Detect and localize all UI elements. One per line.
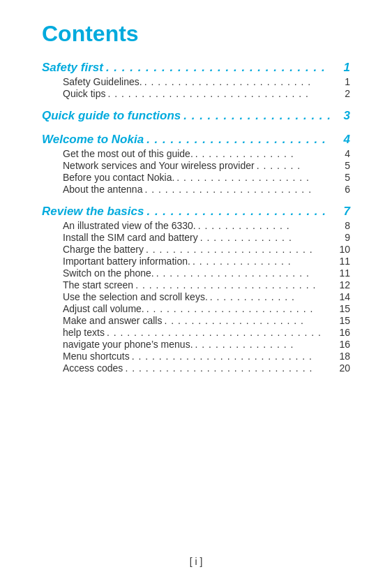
- toc-container: Contents Safety first. . . . . . . . . .…: [42, 21, 350, 374]
- entry-dots: . . . . . . . . . . . . . . . . . . . . …: [156, 267, 338, 279]
- toc-entry: Make and answer calls. . . . . . . . . .…: [42, 315, 350, 326]
- entry-dots: . . . . . . . . . . . . . . . . . . . .: [176, 172, 342, 183]
- section-label: Quick guide to functions: [42, 109, 181, 123]
- section-label: Safety first: [42, 61, 103, 75]
- entry-dots: . . . . . . . . . . . . . . . . . . . . …: [125, 362, 337, 374]
- entry-dots: . . . . . . . . . . . . . . . . . . . . …: [132, 351, 338, 362]
- toc-entry: The start screen. . . . . . . . . . . . …: [42, 279, 350, 291]
- entry-page: 6: [345, 184, 350, 195]
- entry-dots: . . . . . . . . . . . . . .: [200, 232, 342, 243]
- toc-entry: Install the SIM card and battery. . . . …: [42, 232, 350, 243]
- section-dots: . . . . . . . . . . . . . . . . . . . . …: [146, 133, 340, 147]
- section-label: Review the basics: [42, 205, 144, 219]
- entry-page: 15: [339, 315, 350, 326]
- entry-title: About the antenna: [63, 184, 142, 195]
- entry-page: 11: [339, 256, 350, 267]
- entry-page: 11: [339, 267, 350, 279]
- toc-entry: Adjust call volume.. . . . . . . . . . .…: [42, 303, 350, 314]
- section-page: 7: [344, 205, 350, 219]
- toc-entry: About the antenna. . . . . . . . . . . .…: [42, 184, 350, 195]
- entry-title: Menu shortcuts: [63, 351, 130, 362]
- entry-title: An illustrated view of the 6330.: [63, 220, 196, 231]
- entry-dots: . . . . . . . . . . . . . . . . . . . . …: [146, 303, 338, 314]
- section-dots: . . . . . . . . . . . . . . . . . . . . …: [146, 205, 340, 219]
- section-header-2: Welcome to Nokia. . . . . . . . . . . . …: [42, 133, 350, 147]
- entry-title: navigate your phone’s menus.: [63, 339, 193, 350]
- entry-title: Before you contact Nokia.: [63, 172, 174, 183]
- entry-page: 9: [345, 232, 350, 243]
- section-header-1: Quick guide to functions. . . . . . . . …: [42, 109, 350, 123]
- entry-dots: . . . . . . . . . . . . . .: [198, 220, 343, 231]
- entry-dots: . . . . . . . . . . . . . . . . . . . . …: [164, 315, 337, 326]
- entry-dots: . . . . . . . . . . . . . . .: [195, 339, 338, 350]
- section-page: 4: [344, 133, 350, 147]
- page-title: Contents: [42, 21, 350, 47]
- toc-entry: Before you contact Nokia.. . . . . . . .…: [42, 172, 350, 183]
- toc-entry: Switch on the phone.. . . . . . . . . . …: [42, 267, 350, 279]
- entry-page: 8: [345, 220, 350, 231]
- toc-entry: navigate your phone’s menus.. . . . . . …: [42, 339, 350, 350]
- entry-title: help texts: [63, 327, 105, 338]
- entry-page: 5: [345, 160, 350, 171]
- entry-page: 14: [339, 291, 350, 302]
- entry-title: Safety Guidelines.: [63, 76, 142, 87]
- entry-page: 2: [345, 88, 350, 99]
- section-dots: . . . . . . . . . . . . . . . . . . .: [183, 109, 340, 123]
- toc-entry: Access codes. . . . . . . . . . . . . . …: [42, 362, 350, 374]
- toc-entry: Use the selection and scroll keys.. . . …: [42, 291, 350, 302]
- entry-page: 15: [339, 303, 350, 314]
- section-page: 1: [344, 61, 350, 75]
- entry-dots: . . . . . . . . . . . . .: [210, 291, 338, 302]
- entry-page: 16: [339, 327, 350, 338]
- entry-title: Charge the battery: [63, 244, 144, 255]
- entry-title: Install the SIM card and battery: [63, 232, 198, 243]
- section-label: Welcome to Nokia: [42, 133, 144, 147]
- section-header-3: Review the basics. . . . . . . . . . . .…: [42, 205, 350, 219]
- toc-entry: Safety Guidelines.. . . . . . . . . . . …: [42, 76, 350, 87]
- toc-entry: Network services and Your wireless provi…: [42, 160, 350, 171]
- entry-page: 10: [339, 244, 350, 255]
- entry-page: 16: [339, 339, 350, 350]
- toc-entry: An illustrated view of the 6330.. . . . …: [42, 220, 350, 231]
- entry-dots: . . . . . . . . . . . . . . . . . . . . …: [146, 244, 337, 255]
- entry-title: Adjust call volume.: [63, 303, 144, 314]
- entry-title: Make and answer calls: [63, 315, 162, 326]
- section-dots: . . . . . . . . . . . . . . . . . . . . …: [106, 61, 341, 75]
- entry-title: The start screen: [63, 279, 133, 291]
- entry-dots: . . . . . . . . . . . . . . . . . . . . …: [135, 279, 337, 291]
- entry-title: Network services and Your wireless provi…: [63, 160, 255, 171]
- entry-dots: . . . . . . . . . . . . . . . . . . . . …: [144, 76, 343, 87]
- toc-entry: Quick tips. . . . . . . . . . . . . . . …: [42, 88, 350, 99]
- toc-entry: help texts. . . . . . . . . . . . . . . …: [42, 327, 350, 338]
- section-header-0: Safety first. . . . . . . . . . . . . . …: [42, 61, 350, 75]
- entry-title: Get the most out of this guide.: [63, 148, 193, 159]
- entry-page: 18: [339, 351, 350, 362]
- entry-dots: . . . . . . . . . . . . . . . . . . . . …: [144, 184, 342, 195]
- entry-title: Switch on the phone.: [63, 267, 154, 279]
- entry-page: 5: [345, 172, 350, 183]
- footer: [ i ]: [42, 542, 350, 567]
- entry-title: Access codes: [63, 362, 123, 374]
- entry-dots: . . . . . . .: [257, 160, 343, 171]
- entry-title: Use the selection and scroll keys.: [63, 291, 208, 302]
- entry-page: 4: [345, 148, 350, 159]
- entry-page: 1: [345, 76, 350, 87]
- toc-entry: Charge the battery. . . . . . . . . . . …: [42, 244, 350, 255]
- entry-title: Important battery information.: [63, 256, 190, 267]
- entry-page: 12: [339, 279, 350, 291]
- toc-entry: Get the most out of this guide.. . . . .…: [42, 148, 350, 159]
- entry-dots: . . . . . . . . . . . . . . .: [195, 148, 342, 159]
- toc-entry: Important battery information.. . . . . …: [42, 256, 350, 267]
- section-page: 3: [344, 109, 350, 123]
- entry-dots: . . . . . . . . . . . . . . .: [193, 256, 338, 267]
- entry-dots: . . . . . . . . . . . . . . . . . . . . …: [107, 88, 342, 99]
- entry-dots: . . . . . . . . . . . . . . . . . . . . …: [107, 327, 337, 338]
- toc-entry: Menu shortcuts. . . . . . . . . . . . . …: [42, 351, 350, 362]
- entry-title: Quick tips: [63, 88, 105, 99]
- entry-page: 20: [339, 362, 350, 374]
